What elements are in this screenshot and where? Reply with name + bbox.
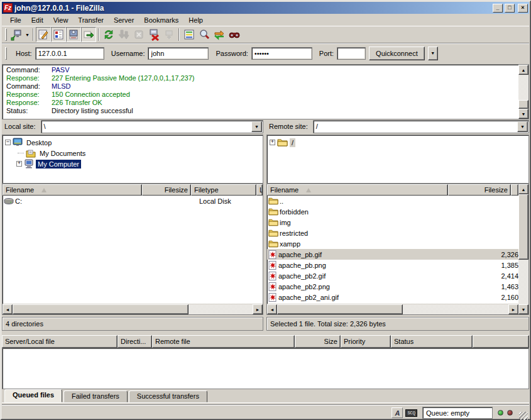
toggle-log-view-button[interactable] <box>36 27 51 42</box>
image-file-icon <box>268 282 277 291</box>
queue-column-server-local-file[interactable]: Server/Local file <box>2 335 118 348</box>
file-row-c-drive[interactable]: C: Local Disk <box>3 196 263 206</box>
host-input[interactable] <box>35 47 104 60</box>
queue-column-size[interactable]: Size <box>295 335 341 348</box>
tab-successful-transfers[interactable]: Successful transfers <box>129 390 207 402</box>
menu-help[interactable]: Help <box>184 15 207 25</box>
menu-edit[interactable]: Edit <box>27 15 48 25</box>
queue-column-remote-file[interactable]: Remote file <box>152 335 295 348</box>
menu-bookmarks[interactable]: Bookmarks <box>140 15 183 25</box>
minimize-button[interactable]: _ <box>493 4 503 13</box>
local-horizontal-scrollbar[interactable]: ◄ ► <box>3 304 263 314</box>
cancel-operation-button <box>131 27 146 42</box>
toolbar-grip[interactable] <box>5 28 7 41</box>
resize-grip[interactable] <box>519 412 528 420</box>
filter-button[interactable] <box>182 27 197 42</box>
tab-failed-transfers[interactable]: Failed transfers <box>63 390 128 402</box>
file-row[interactable]: forbidden <box>267 206 518 217</box>
refresh-icon <box>102 28 115 41</box>
site-manager-button[interactable] <box>9 27 24 42</box>
menu-file[interactable]: File <box>6 15 26 25</box>
scroll-left-button[interactable]: ◄ <box>267 304 277 314</box>
column-header-lastmodified[interactable]: L <box>256 184 263 196</box>
column-header-filesize[interactable]: Filesize <box>142 184 191 196</box>
window-title: john@127.0.0.1 - FileZilla <box>14 4 491 13</box>
tree-item-my-documents[interactable]: My Documents <box>5 148 263 158</box>
scroll-down-button[interactable]: ▼ <box>518 109 528 119</box>
maximize-button[interactable]: □ <box>505 4 515 13</box>
queue-column-priority[interactable]: Priority <box>341 335 391 348</box>
activity-led-green <box>498 410 503 416</box>
toggle-transfer-queue-button[interactable] <box>81 27 96 42</box>
expand-box[interactable]: + <box>16 161 22 167</box>
file-row[interactable]: xampp <box>267 238 518 249</box>
queue-column-direction[interactable]: Directi... <box>118 335 152 348</box>
transfer-queue-icon <box>83 29 94 40</box>
directory-comparison-button[interactable] <box>197 27 212 42</box>
scrollbar-thumb[interactable] <box>518 194 528 260</box>
remote-vertical-scrollbar[interactable]: ▲ ▼ <box>518 184 528 314</box>
menu-view[interactable]: View <box>49 15 73 25</box>
file-row[interactable]: apache_pb2.png 1,463 <box>267 281 518 292</box>
find-files-button[interactable] <box>227 27 242 42</box>
log-line: Response:150 Connection accepted <box>6 91 518 99</box>
log-vertical-scrollbar[interactable]: ▲ ▼ <box>518 65 528 119</box>
local-site-combobox[interactable]: \ ▼ <box>41 120 263 133</box>
quickconnect-grip[interactable] <box>5 47 7 60</box>
remote-site-combobox[interactable]: / ▼ <box>313 120 529 133</box>
file-row[interactable]: .. <box>267 196 518 206</box>
column-header-filesize[interactable]: Filesize <box>448 184 511 196</box>
disconnect-button[interactable] <box>146 27 161 42</box>
quickconnect-button[interactable]: Quickconnect <box>369 47 425 60</box>
refresh-button[interactable] <box>101 27 116 42</box>
toggle-remote-treeview-button[interactable] <box>66 27 81 42</box>
collapse-box[interactable]: − <box>5 140 11 145</box>
queue-header: Server/Local file Directi... Remote file… <box>2 335 529 348</box>
scroll-up-button[interactable]: ▲ <box>518 184 528 194</box>
scroll-right-button[interactable]: ► <box>253 304 263 314</box>
file-row[interactable]: restricted <box>267 228 518 238</box>
tree-item-root[interactable]: + / <box>270 137 528 148</box>
scroll-up-button[interactable]: ▲ <box>518 65 528 75</box>
tree-item-desktop[interactable]: − Desktop <box>5 137 263 148</box>
menu-transfer[interactable]: Transfer <box>74 15 108 25</box>
local-site-dropdown-arrow[interactable]: ▼ <box>251 121 262 132</box>
local-site-label: Local site: <box>2 123 41 130</box>
local-pane: Local site: \ ▼ − Desktop <box>2 119 263 331</box>
file-row-selected[interactable]: apache_pb.gif 2,326 <box>267 249 518 260</box>
column-header-filename[interactable]: Filename <box>267 184 448 196</box>
column-header-filename[interactable]: Filename <box>3 184 142 196</box>
close-button[interactable]: × <box>518 4 528 13</box>
password-input[interactable] <box>251 47 312 60</box>
drive-icon <box>4 197 14 205</box>
tab-queued-files[interactable]: Queued files <box>4 389 62 402</box>
file-row[interactable]: apache_pb2.gif 2,414 <box>267 270 518 281</box>
scrollbar-thumb[interactable] <box>13 304 189 314</box>
site-manager-dropdown-arrow[interactable]: ▼ <box>24 28 31 41</box>
queue-column-status[interactable]: Status <box>391 335 473 348</box>
queue-tabs: Queued files Failed transfers Successful… <box>2 389 529 403</box>
tree-item-my-computer[interactable]: + My Computer <box>5 158 263 169</box>
scrollbar-thumb[interactable] <box>518 100 528 109</box>
synchronized-browsing-button[interactable] <box>212 27 227 42</box>
file-row[interactable]: apache_pb2_ani.gif 2,160 <box>267 292 518 302</box>
remote-site-dropdown-arrow[interactable]: ▼ <box>517 121 528 132</box>
scroll-right-button[interactable]: ► <box>508 304 518 314</box>
file-row[interactable]: img <box>267 217 518 228</box>
expand-box[interactable]: + <box>270 140 275 145</box>
column-header-filetype[interactable]: Filetype <box>191 184 256 196</box>
desktop-icon <box>13 138 23 147</box>
quickconnect-dropdown-arrow[interactable]: ▼ <box>428 47 438 60</box>
toggle-local-treeview-button[interactable] <box>51 27 66 42</box>
tree-item-label-selected: My Computer <box>36 160 81 169</box>
remote-treeview-icon <box>68 29 79 40</box>
file-row[interactable]: apache_pb.png 1,385 <box>267 260 518 270</box>
port-input[interactable] <box>337 47 366 60</box>
scroll-left-button[interactable]: ◄ <box>3 304 13 314</box>
username-input[interactable] <box>148 47 209 60</box>
remote-horizontal-scrollbar[interactable]: ◄ ► <box>267 304 518 314</box>
scroll-down-button[interactable]: ▼ <box>518 304 528 314</box>
menu-server[interactable]: Server <box>109 15 138 25</box>
scrollbar-thumb[interactable] <box>277 304 403 314</box>
toolbar: ▼ <box>2 26 529 43</box>
